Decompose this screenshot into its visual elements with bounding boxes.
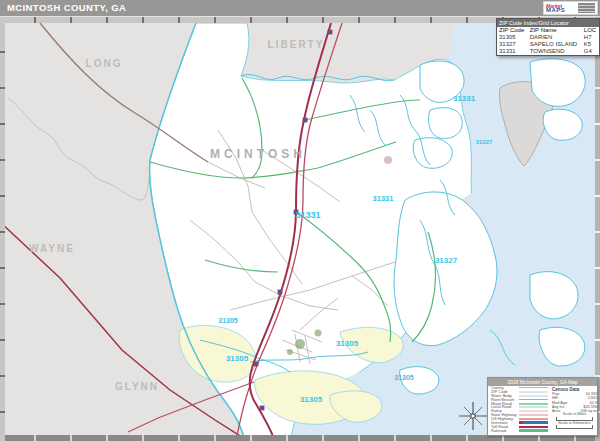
legend-item-label: Railroad xyxy=(491,429,506,433)
zip-label: 31331 xyxy=(295,210,320,220)
marketmaps-logo: Market MAPS xyxy=(543,1,598,15)
map-legend: 2018 McIntosh County, GA Map County ZIP … xyxy=(487,377,598,436)
zip-label: 31327 xyxy=(476,139,493,145)
zip-label: 31305 xyxy=(300,395,323,404)
census-data-block: Census Data Pop:14,333 HH:5,605 Med Age:… xyxy=(552,387,597,413)
zip-table-header: ZIP Code Index/Grid Locator xyxy=(497,19,599,27)
cell-name: SAPELO ISLAND xyxy=(528,41,582,48)
table-row: 31305 DARIEN H7 xyxy=(497,34,599,41)
zip-label: 31331 xyxy=(373,194,394,203)
zip-label: 31305 xyxy=(394,374,414,381)
zip-table-column-row: ZIP Code ZIP Name LOC xyxy=(497,27,599,34)
legend-item: Railroad xyxy=(488,429,597,433)
page-title: MCINTOSH COUNTY, GA xyxy=(7,2,126,13)
legend-swatch xyxy=(519,395,548,397)
map-grid-ruler-left xyxy=(0,17,5,441)
zip-code-index-table: ZIP Code Index/Grid Locator ZIP Code ZIP… xyxy=(496,18,600,56)
zip-label: 31331 xyxy=(453,94,476,103)
legend-title: 2018 McIntosh County, GA Map xyxy=(488,378,597,386)
zip-label: 31327 xyxy=(435,256,458,265)
label-mcintosh-county: MCINTOSH xyxy=(210,147,306,161)
label-long-county: LONG xyxy=(86,58,123,69)
table-row: 31327 SAPELO ISLAND K5 xyxy=(497,41,599,48)
cell-loc: G4 xyxy=(582,48,599,55)
label-liberty-county: LIBERTY xyxy=(268,39,325,50)
col-zip-name: ZIP Name xyxy=(528,27,582,34)
cell-zip: 31327 xyxy=(497,41,528,48)
zip-label: 31305 xyxy=(218,317,238,324)
cell-name: TOWNSEND xyxy=(528,48,582,55)
scale-bars: Scale in Miles Scale in Kilometers xyxy=(552,412,597,429)
zip-label: 31305 xyxy=(336,339,359,348)
cell-zip: 31305 xyxy=(497,34,528,41)
scale-km-label: Scale in Kilometers xyxy=(552,421,597,426)
logo-wordmark: Market MAPS xyxy=(546,4,565,12)
county-map: LIBERTY LONG WAYNE GLYNN MCINTOSH 31331 … xyxy=(0,0,600,441)
map-document: { "title_bar": { "title": "MCINTOSH COUN… xyxy=(0,0,600,441)
legend-body: County ZIP Code Water Body River/Stream … xyxy=(488,386,597,435)
legend-swatch xyxy=(519,403,548,405)
title-bar: MCINTOSH COUNTY, GA xyxy=(0,0,600,16)
legend-swatch xyxy=(519,387,548,388)
cell-zip: 31331 xyxy=(497,48,528,55)
legend-swatch xyxy=(519,414,548,416)
legend-swatch xyxy=(519,410,548,412)
legend-swatch xyxy=(519,429,548,432)
label-glynn-county: GLYNN xyxy=(115,381,159,392)
zip-label: 31305 xyxy=(226,354,249,363)
cell-name: DARIEN xyxy=(528,34,582,41)
legend-swatch xyxy=(519,426,548,428)
cell-loc: H7 xyxy=(582,34,599,41)
legend-swatch xyxy=(519,399,548,400)
label-wayne-county: WAYNE xyxy=(29,243,75,254)
legend-swatch xyxy=(519,406,548,408)
logo-brand-bottom: MAPS xyxy=(546,8,565,12)
legend-swatch xyxy=(519,391,548,393)
logo-text-block xyxy=(578,3,595,13)
legend-swatch xyxy=(519,418,548,420)
table-row: 31331 TOWNSEND G4 xyxy=(497,48,599,55)
scale-km-bar xyxy=(556,425,593,429)
cell-loc: K5 xyxy=(582,41,599,48)
col-zip-code: ZIP Code xyxy=(497,27,528,34)
col-loc: LOC xyxy=(582,27,599,34)
